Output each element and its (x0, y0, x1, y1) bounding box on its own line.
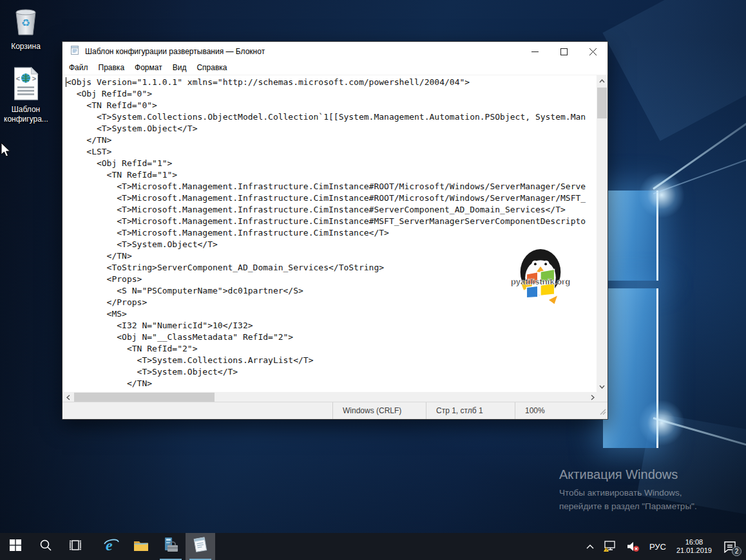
network-warning-icon: ! (603, 541, 617, 552)
maximize-button[interactable] (550, 42, 579, 61)
code-line: </TN> (66, 135, 598, 146)
scrollbar-corner (597, 391, 607, 402)
desktop-icon-label: конфигура... (4, 115, 48, 124)
tray-expand-button[interactable] (582, 533, 598, 560)
file-explorer-button[interactable] (126, 533, 156, 560)
code-line: <Objs Version="1.1.0.1" xmlns="http://sc… (66, 77, 598, 88)
code-line: <T>System.Collections.ArrayList</T> (66, 355, 598, 366)
menu-format[interactable]: Формат (129, 61, 167, 75)
svg-text:<: < (16, 75, 20, 82)
code-line: <Obj RefId="0"> (66, 88, 598, 100)
title-bar[interactable]: Шаблон конфигурации развертывания — Блок… (62, 42, 607, 61)
notepad-app-icon (70, 45, 80, 58)
menu-file[interactable]: Файл (64, 61, 93, 75)
code-line: <T>System.Object</T> (66, 366, 598, 378)
speaker-muted-icon (626, 541, 640, 552)
menu-help[interactable]: Справка (191, 61, 232, 75)
activation-line1: Чтобы активировать Windows, (559, 486, 697, 499)
wallpaper-corner-glow (639, 400, 684, 445)
activation-watermark: Активация Windows Чтобы активировать Win… (559, 467, 697, 513)
clock-time: 16:08 (676, 538, 712, 546)
editor-area: <Objs Version="1.1.0.1" xmlns="http://sc… (62, 75, 607, 392)
code-line: <TN RefId="0"> (66, 100, 598, 111)
network-status-button[interactable]: ! (598, 533, 622, 560)
chevron-up-icon (586, 544, 594, 549)
internet-explorer-icon: e (103, 537, 120, 556)
code-line: <LST> (66, 146, 598, 158)
wallpaper-corner-glow (639, 173, 684, 218)
internet-explorer-button[interactable]: e (97, 533, 126, 560)
status-line-ending: Windows (CRLF) (332, 402, 426, 419)
code-line: <TN RefId="2"> (66, 343, 598, 355)
notepad-window: Шаблон конфигурации развертывания — Блок… (62, 41, 608, 420)
server-manager-icon (162, 537, 179, 556)
recycle-bin-icon: ♻ (4, 5, 48, 40)
svg-text:!: ! (606, 547, 607, 552)
code-line: <I32 N="NumericId">10</I32> (66, 320, 598, 331)
code-line: <T>Microsoft.Management.Infrastructure.C… (66, 204, 598, 216)
search-icon (39, 539, 52, 554)
start-button[interactable] (0, 533, 31, 560)
server-manager-button[interactable] (156, 533, 186, 560)
minimize-button[interactable] (521, 42, 550, 61)
close-button[interactable] (579, 42, 607, 61)
code-line: <T>Microsoft.Management.Infrastructure.C… (66, 216, 598, 227)
resize-grip-icon[interactable] (598, 406, 606, 418)
menu-view[interactable]: Вид (167, 61, 192, 75)
menu-edit[interactable]: Правка (93, 61, 130, 75)
desktop-icon-label: Корзина (4, 42, 48, 51)
folder-icon (133, 539, 149, 554)
menu-bar: Файл Правка Формат Вид Справка (62, 61, 607, 75)
vertical-scroll-thumb[interactable] (597, 88, 607, 118)
status-spacer (62, 402, 332, 419)
vertical-scrollbar[interactable] (597, 75, 607, 392)
code-line: <T>Microsoft.Management.Infrastructure.C… (66, 227, 598, 239)
clock[interactable]: 16:08 21.01.2019 (671, 533, 718, 560)
taskbar-separator (90, 533, 97, 560)
code-line: <T>System.Collections.ObjectModel.Collec… (66, 111, 598, 123)
horizontal-scroll-thumb[interactable] (74, 393, 215, 402)
activation-title: Активация Windows (559, 467, 697, 482)
language-indicator[interactable]: РУС (645, 533, 671, 560)
notepad-taskbar-button[interactable] (186, 533, 215, 560)
xml-file-icon: < > (4, 67, 48, 103)
action-center-button[interactable]: 2 (718, 533, 742, 560)
notepad-taskbar-icon (192, 537, 209, 556)
volume-muted-button[interactable] (622, 533, 645, 560)
search-button[interactable] (31, 533, 61, 560)
status-bar: Windows (CRLF) Стр 1, стлб 1 100% (62, 402, 607, 419)
status-zoom-level: 100% (515, 402, 607, 419)
windows-logo-icon (10, 539, 21, 554)
activation-line2: перейдите в раздел "Параметры". (559, 499, 697, 513)
task-view-button[interactable] (61, 533, 90, 560)
desktop-icon-xml-template[interactable]: < > Шаблон конфигура... (4, 67, 48, 124)
notification-badge: 2 (732, 546, 741, 556)
code-line: <MS> (66, 308, 598, 320)
desktop: ♻ Корзина < > Шаблон конфигура... (0, 0, 746, 560)
code-line: </TN> (66, 378, 598, 389)
code-line: <T>Microsoft.Management.Infrastructure.C… (66, 192, 598, 204)
clock-date: 21.01.2019 (676, 546, 712, 555)
text-caret (66, 77, 66, 87)
pyatilistnik-logo: pyatilistnik.org (506, 240, 575, 310)
system-tray: ! РУС 16:08 21.01.2019 (582, 533, 746, 560)
window-title: Шаблон конфигурации развертывания — Блок… (85, 47, 521, 56)
code-line: <Obj RefId="1"> (66, 158, 598, 169)
taskbar-apps: e (0, 533, 215, 560)
status-cursor-position: Стр 1, стлб 1 (426, 402, 515, 419)
code-line: <TN RefId="1"> (66, 169, 598, 181)
svg-text:>: > (32, 75, 36, 82)
svg-text:pyatilistnik.org: pyatilistnik.org (511, 277, 570, 286)
text-editor[interactable]: <Objs Version="1.1.0.1" xmlns="http://sc… (62, 75, 598, 392)
desktop-icon-recycle-bin[interactable]: ♻ Корзина (4, 5, 48, 51)
code-line: <Obj N="__ClassMetadata" RefId="2"> (66, 331, 598, 343)
code-line: <T>System.Object</T> (66, 123, 598, 135)
svg-text:♻: ♻ (21, 17, 30, 28)
code-line: <T>Microsoft.Management.Infrastructure.C… (66, 181, 598, 192)
taskbar: e (0, 533, 746, 560)
scroll-up-icon[interactable] (597, 75, 607, 86)
mouse-cursor (1, 142, 11, 160)
desktop-icon-label: Шаблон (4, 105, 48, 115)
task-view-icon (69, 539, 82, 554)
